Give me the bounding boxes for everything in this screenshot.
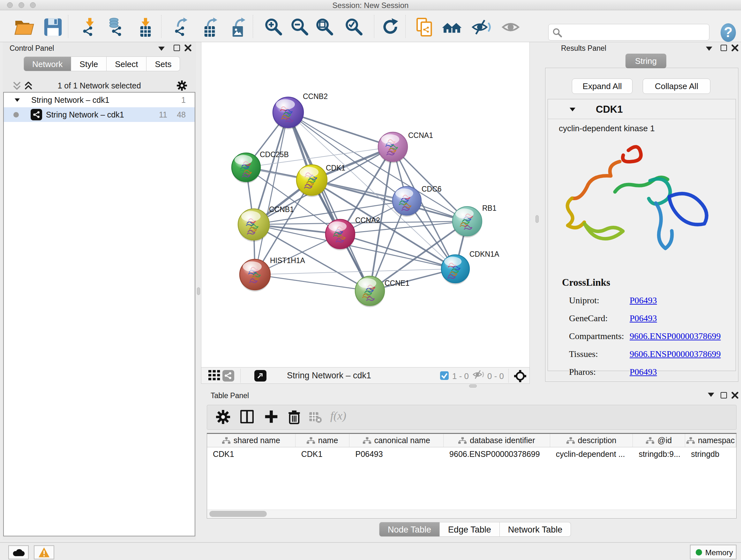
right-splitter-handle[interactable] (536, 215, 539, 223)
selected-checkbox-icon[interactable] (440, 371, 449, 380)
float-panel-icon[interactable] (721, 392, 727, 398)
bottom-splitter-handle[interactable] (469, 384, 477, 388)
hierarchy-icon (363, 437, 371, 444)
save-session-button[interactable] (43, 17, 63, 37)
import-table-file-button[interactable] (135, 17, 156, 37)
show-eye-icon[interactable] (501, 17, 522, 37)
table-settings-gear-icon[interactable] (216, 410, 231, 425)
node-label-CDC6[interactable]: CDC6 (421, 185, 442, 193)
column-header-namespac[interactable]: namespac (685, 434, 736, 447)
panel-menu-caret-icon[interactable] (158, 47, 165, 51)
crosslink-link[interactable]: P06493 (630, 367, 657, 377)
hidden-eye-slash-icon[interactable] (473, 370, 485, 381)
collection-caret-icon[interactable] (15, 98, 20, 102)
close-panel-icon[interactable] (731, 392, 738, 399)
crosslink-row: GeneCard:P06493 (562, 313, 610, 324)
tab-edge-table[interactable]: Edge Table (440, 522, 500, 537)
zoom-in-button[interactable] (264, 17, 284, 37)
homes-button[interactable] (442, 17, 462, 37)
close-panel-icon[interactable] (185, 44, 192, 51)
memory-button[interactable]: Memory (690, 545, 737, 559)
show-columns-icon[interactable] (240, 410, 256, 425)
close-panel-icon[interactable] (731, 44, 738, 51)
node-label-CDKN1A[interactable]: CDKN1A (469, 250, 499, 258)
import-network-database-button[interactable] (105, 17, 125, 37)
scrollbar-thumb[interactable] (209, 511, 267, 517)
float-panel-icon[interactable] (174, 45, 180, 51)
panel-menu-caret-icon[interactable] (706, 47, 713, 51)
hierarchy-icon (222, 437, 230, 444)
network-canvas[interactable]: CCNB2CCNA1CDC25BCDK1CDC6RB1CCNB1CCNA2CDK… (201, 42, 530, 367)
network-options-gear-icon[interactable] (177, 80, 187, 91)
toolbar-separator (374, 15, 374, 38)
table-row[interactable]: CDK1CDK1P064939606.ENSP00000378699cyclin… (207, 447, 736, 461)
tab-string[interactable]: String (625, 54, 666, 68)
collapse-all-button[interactable]: Collapse All (643, 78, 711, 94)
birdseye-crosshair-icon[interactable] (514, 370, 526, 381)
gene-caret-icon[interactable] (569, 108, 576, 111)
crosslink-link[interactable]: 9606.ENSP00000378699 (630, 331, 721, 341)
zoom-selected-button[interactable] (344, 17, 364, 37)
open-session-button[interactable] (14, 17, 35, 37)
cloud-button[interactable] (8, 545, 29, 559)
grid-view-icon[interactable] (208, 370, 220, 381)
column-header-description[interactable]: description (550, 434, 633, 447)
crosslink-link[interactable]: P06493 (630, 295, 657, 306)
panel-menu-caret-icon[interactable] (708, 393, 715, 397)
export-image-button[interactable] (228, 17, 249, 37)
open-in-new-icon[interactable] (254, 370, 266, 381)
search-input[interactable] (564, 25, 705, 39)
column-header-database-identifier[interactable]: database identifier (444, 434, 550, 447)
column-header-canonical-name[interactable]: canonical name (349, 434, 444, 447)
expand-all-button[interactable]: Expand All (572, 78, 632, 94)
table-horizontal-scrollbar[interactable] (207, 509, 736, 518)
node-label-CCNE1[interactable]: CCNE1 (385, 279, 409, 287)
open-documents-button[interactable] (414, 17, 434, 37)
node-label-CCNA2[interactable]: CCNA2 (355, 216, 380, 225)
crosslink-label: Uniprot: (569, 295, 599, 306)
column-header-name[interactable]: name (295, 434, 350, 447)
tab-style[interactable]: Style (71, 57, 107, 71)
hierarchy-icon (686, 437, 695, 444)
tab-node-table[interactable]: Node Table (379, 522, 440, 537)
add-column-icon[interactable] (265, 410, 280, 425)
tab-select[interactable]: Select (107, 57, 146, 71)
left-splitter-handle[interactable] (197, 287, 200, 295)
import-network-file-button[interactable] (79, 17, 99, 37)
zoom-out-button[interactable] (290, 17, 310, 37)
node-label-RB1[interactable]: RB1 (482, 204, 496, 212)
hide-panels-eye-icon[interactable] (472, 17, 492, 37)
column-header-shared-name[interactable]: shared name (207, 434, 295, 447)
delete-table-icon (309, 412, 325, 428)
node-label-CCNB2[interactable]: CCNB2 (303, 92, 328, 101)
collection-label: String Network – cdk1 (31, 96, 110, 105)
crosslink-row: Compartments:9606.ENSP00000378699 (562, 331, 610, 342)
status-bar: Memory (0, 542, 741, 560)
network-share-badge-icon[interactable] (222, 370, 234, 381)
export-table-button[interactable] (200, 17, 221, 37)
crosslink-link[interactable]: P06493 (630, 313, 657, 323)
node-label-HIST1H1A[interactable]: HIST1H1A (270, 256, 306, 265)
results-panel: Results Panel String Expand All Collapse… (544, 42, 739, 382)
crosslink-link[interactable]: 9606.ENSP00000378699 (630, 349, 721, 359)
export-network-button[interactable] (171, 17, 192, 37)
zoom-fit-button[interactable] (315, 17, 335, 37)
delete-column-trash-icon[interactable] (287, 410, 303, 425)
network-row[interactable]: String Network – cdk1 11 48 (4, 107, 195, 122)
tab-sets[interactable]: Sets (146, 57, 180, 71)
node-label-CCNA1[interactable]: CCNA1 (408, 131, 433, 139)
tab-network[interactable]: Network (23, 57, 71, 71)
node-label-CCNB1[interactable]: CCNB1 (269, 205, 294, 213)
tab-network-table[interactable]: Network Table (500, 522, 571, 537)
help-button[interactable]: ? (721, 23, 736, 42)
column-header-@id[interactable]: @id (633, 434, 685, 447)
network-collection-row[interactable]: String Network – cdk1 1 (4, 92, 195, 107)
node-label-CDC25B[interactable]: CDC25B (260, 150, 289, 159)
node-label-CDK1[interactable]: CDK1 (326, 164, 345, 172)
float-panel-icon[interactable] (721, 45, 727, 51)
warning-button[interactable] (34, 545, 54, 559)
refresh-view-button[interactable] (381, 17, 401, 37)
gene-header-row[interactable]: CDK1 (548, 99, 736, 119)
crosslink-row: Tissues:9606.ENSP00000378699 (562, 349, 610, 360)
node-table-header: shared namenamecanonical namedatabase id… (207, 434, 736, 447)
